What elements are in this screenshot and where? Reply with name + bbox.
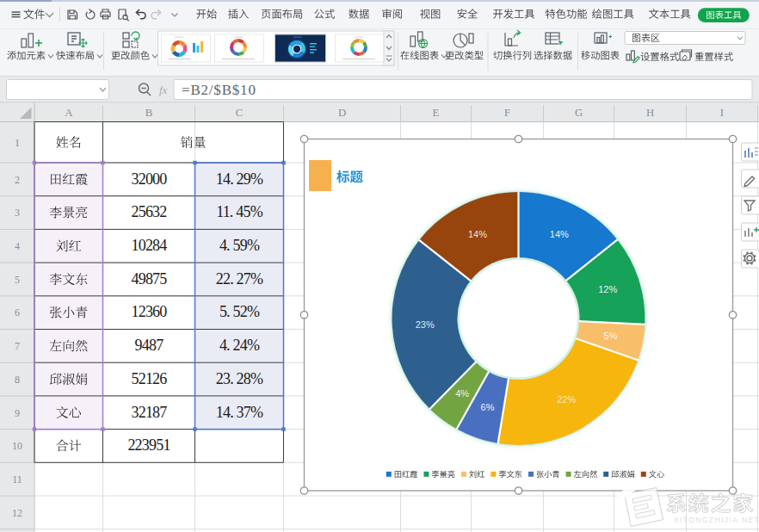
svg-text:4: 4 <box>15 240 20 252</box>
svg-text:9: 9 <box>15 407 20 419</box>
svg-text:C: C <box>236 107 244 119</box>
svg-text:223951: 223951 <box>127 436 170 454</box>
svg-text:F: F <box>504 107 510 119</box>
svg-text:32187: 32187 <box>131 404 167 421</box>
svg-text:XITONGZHIJIA.NET: XITONGZHIJIA.NET <box>674 516 759 524</box>
svg-text:fx: fx <box>159 84 168 96</box>
svg-text:6: 6 <box>15 306 20 319</box>
svg-text:23. 28%: 23. 28% <box>216 370 263 387</box>
svg-text:14. 37%: 14. 37% <box>216 404 263 421</box>
svg-text:49875: 49875 <box>131 270 167 288</box>
svg-text:22%: 22% <box>557 394 576 405</box>
svg-text:D: D <box>338 107 346 119</box>
svg-text:1: 1 <box>15 137 20 149</box>
svg-text:=B2/$B$10: =B2/$B$10 <box>182 82 256 98</box>
svg-text:10: 10 <box>12 440 22 452</box>
svg-text:5. 52%: 5. 52% <box>219 303 260 320</box>
svg-text:52126: 52126 <box>131 370 167 387</box>
svg-text:3: 3 <box>15 207 20 219</box>
svg-text:2: 2 <box>15 174 20 186</box>
svg-text:4. 59%: 4. 59% <box>219 237 260 254</box>
svg-text:14. 29%: 14. 29% <box>216 170 263 188</box>
svg-text:A: A <box>65 107 73 119</box>
svg-text:8: 8 <box>15 374 20 386</box>
svg-text:12: 12 <box>12 507 22 519</box>
svg-text:25632: 25632 <box>131 203 166 220</box>
svg-text:4. 24%: 4. 24% <box>219 337 260 354</box>
svg-text:12360: 12360 <box>131 303 167 320</box>
svg-text:9487: 9487 <box>135 337 164 354</box>
svg-text:6%: 6% <box>481 402 495 412</box>
svg-text:11. 45%: 11. 45% <box>216 203 263 220</box>
svg-text:23%: 23% <box>416 319 435 330</box>
svg-text:B: B <box>145 107 153 119</box>
svg-text:H: H <box>646 107 654 119</box>
svg-text:22. 27%: 22. 27% <box>216 270 263 288</box>
svg-text:I: I <box>720 107 724 119</box>
svg-text:32000: 32000 <box>131 170 167 188</box>
svg-text:11: 11 <box>12 473 22 486</box>
svg-text:10284: 10284 <box>131 237 167 254</box>
svg-text:G: G <box>575 107 583 119</box>
svg-text:14%: 14% <box>550 229 569 239</box>
svg-text:4%: 4% <box>455 388 469 399</box>
svg-text:14%: 14% <box>468 229 487 239</box>
svg-text:5: 5 <box>15 274 20 286</box>
svg-text:E: E <box>433 107 440 119</box>
svg-text:5%: 5% <box>604 331 618 341</box>
svg-text:12%: 12% <box>598 284 617 294</box>
svg-text:7: 7 <box>15 340 20 352</box>
